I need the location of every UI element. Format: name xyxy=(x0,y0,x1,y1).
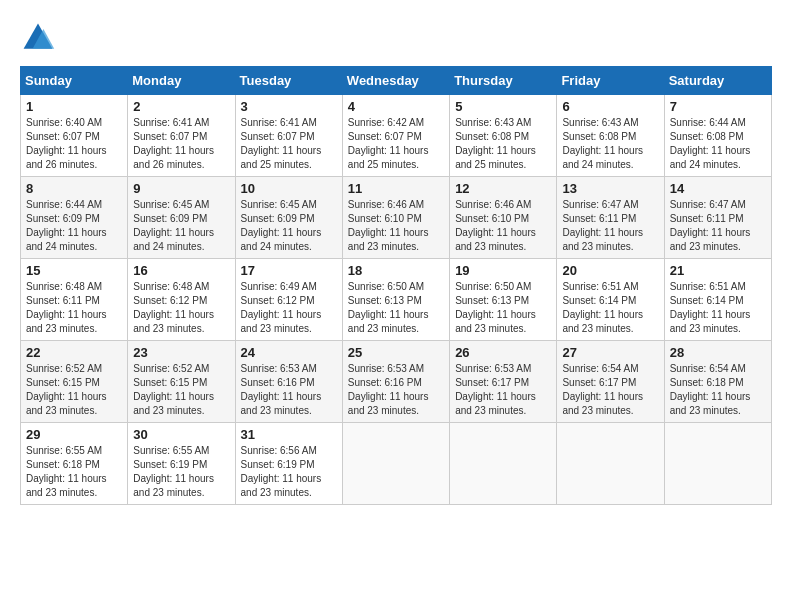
col-header-tuesday: Tuesday xyxy=(235,67,342,95)
day-cell-8: 8 Sunrise: 6:44 AMSunset: 6:09 PMDayligh… xyxy=(21,177,128,259)
day-number: 17 xyxy=(241,263,337,278)
empty-cell xyxy=(450,423,557,505)
day-info: Sunrise: 6:54 AMSunset: 6:17 PMDaylight:… xyxy=(562,363,643,416)
day-number: 7 xyxy=(670,99,766,114)
day-number: 4 xyxy=(348,99,444,114)
day-number: 31 xyxy=(241,427,337,442)
day-cell-6: 6 Sunrise: 6:43 AMSunset: 6:08 PMDayligh… xyxy=(557,95,664,177)
day-info: Sunrise: 6:56 AMSunset: 6:19 PMDaylight:… xyxy=(241,445,322,498)
day-number: 23 xyxy=(133,345,229,360)
calendar-week-1: 1 Sunrise: 6:40 AMSunset: 6:07 PMDayligh… xyxy=(21,95,772,177)
day-number: 5 xyxy=(455,99,551,114)
day-info: Sunrise: 6:54 AMSunset: 6:18 PMDaylight:… xyxy=(670,363,751,416)
calendar-week-4: 22 Sunrise: 6:52 AMSunset: 6:15 PMDaylig… xyxy=(21,341,772,423)
day-info: Sunrise: 6:47 AMSunset: 6:11 PMDaylight:… xyxy=(670,199,751,252)
day-info: Sunrise: 6:46 AMSunset: 6:10 PMDaylight:… xyxy=(348,199,429,252)
logo xyxy=(20,20,60,56)
logo-icon xyxy=(20,20,56,56)
empty-cell xyxy=(664,423,771,505)
day-info: Sunrise: 6:43 AMSunset: 6:08 PMDaylight:… xyxy=(562,117,643,170)
day-info: Sunrise: 6:45 AMSunset: 6:09 PMDaylight:… xyxy=(133,199,214,252)
day-cell-20: 20 Sunrise: 6:51 AMSunset: 6:14 PMDaylig… xyxy=(557,259,664,341)
day-info: Sunrise: 6:45 AMSunset: 6:09 PMDaylight:… xyxy=(241,199,322,252)
day-cell-22: 22 Sunrise: 6:52 AMSunset: 6:15 PMDaylig… xyxy=(21,341,128,423)
day-cell-15: 15 Sunrise: 6:48 AMSunset: 6:11 PMDaylig… xyxy=(21,259,128,341)
day-info: Sunrise: 6:48 AMSunset: 6:12 PMDaylight:… xyxy=(133,281,214,334)
day-info: Sunrise: 6:44 AMSunset: 6:09 PMDaylight:… xyxy=(26,199,107,252)
day-cell-2: 2 Sunrise: 6:41 AMSunset: 6:07 PMDayligh… xyxy=(128,95,235,177)
day-cell-17: 17 Sunrise: 6:49 AMSunset: 6:12 PMDaylig… xyxy=(235,259,342,341)
day-cell-25: 25 Sunrise: 6:53 AMSunset: 6:16 PMDaylig… xyxy=(342,341,449,423)
day-cell-12: 12 Sunrise: 6:46 AMSunset: 6:10 PMDaylig… xyxy=(450,177,557,259)
day-cell-9: 9 Sunrise: 6:45 AMSunset: 6:09 PMDayligh… xyxy=(128,177,235,259)
day-cell-7: 7 Sunrise: 6:44 AMSunset: 6:08 PMDayligh… xyxy=(664,95,771,177)
col-header-thursday: Thursday xyxy=(450,67,557,95)
day-info: Sunrise: 6:40 AMSunset: 6:07 PMDaylight:… xyxy=(26,117,107,170)
day-cell-4: 4 Sunrise: 6:42 AMSunset: 6:07 PMDayligh… xyxy=(342,95,449,177)
day-cell-26: 26 Sunrise: 6:53 AMSunset: 6:17 PMDaylig… xyxy=(450,341,557,423)
col-header-monday: Monday xyxy=(128,67,235,95)
day-info: Sunrise: 6:50 AMSunset: 6:13 PMDaylight:… xyxy=(348,281,429,334)
day-info: Sunrise: 6:51 AMSunset: 6:14 PMDaylight:… xyxy=(670,281,751,334)
day-number: 1 xyxy=(26,99,122,114)
day-number: 14 xyxy=(670,181,766,196)
day-cell-29: 29 Sunrise: 6:55 AMSunset: 6:18 PMDaylig… xyxy=(21,423,128,505)
day-info: Sunrise: 6:43 AMSunset: 6:08 PMDaylight:… xyxy=(455,117,536,170)
day-number: 10 xyxy=(241,181,337,196)
calendar-week-3: 15 Sunrise: 6:48 AMSunset: 6:11 PMDaylig… xyxy=(21,259,772,341)
day-number: 8 xyxy=(26,181,122,196)
day-info: Sunrise: 6:47 AMSunset: 6:11 PMDaylight:… xyxy=(562,199,643,252)
day-info: Sunrise: 6:50 AMSunset: 6:13 PMDaylight:… xyxy=(455,281,536,334)
day-info: Sunrise: 6:49 AMSunset: 6:12 PMDaylight:… xyxy=(241,281,322,334)
day-number: 25 xyxy=(348,345,444,360)
day-number: 30 xyxy=(133,427,229,442)
day-number: 24 xyxy=(241,345,337,360)
day-cell-10: 10 Sunrise: 6:45 AMSunset: 6:09 PMDaylig… xyxy=(235,177,342,259)
day-number: 3 xyxy=(241,99,337,114)
day-number: 27 xyxy=(562,345,658,360)
day-cell-19: 19 Sunrise: 6:50 AMSunset: 6:13 PMDaylig… xyxy=(450,259,557,341)
day-cell-14: 14 Sunrise: 6:47 AMSunset: 6:11 PMDaylig… xyxy=(664,177,771,259)
col-header-saturday: Saturday xyxy=(664,67,771,95)
day-cell-30: 30 Sunrise: 6:55 AMSunset: 6:19 PMDaylig… xyxy=(128,423,235,505)
day-cell-31: 31 Sunrise: 6:56 AMSunset: 6:19 PMDaylig… xyxy=(235,423,342,505)
day-info: Sunrise: 6:51 AMSunset: 6:14 PMDaylight:… xyxy=(562,281,643,334)
col-header-friday: Friday xyxy=(557,67,664,95)
day-number: 18 xyxy=(348,263,444,278)
calendar-week-5: 29 Sunrise: 6:55 AMSunset: 6:18 PMDaylig… xyxy=(21,423,772,505)
day-cell-16: 16 Sunrise: 6:48 AMSunset: 6:12 PMDaylig… xyxy=(128,259,235,341)
day-cell-1: 1 Sunrise: 6:40 AMSunset: 6:07 PMDayligh… xyxy=(21,95,128,177)
day-info: Sunrise: 6:52 AMSunset: 6:15 PMDaylight:… xyxy=(26,363,107,416)
day-cell-11: 11 Sunrise: 6:46 AMSunset: 6:10 PMDaylig… xyxy=(342,177,449,259)
day-number: 28 xyxy=(670,345,766,360)
day-number: 26 xyxy=(455,345,551,360)
day-cell-13: 13 Sunrise: 6:47 AMSunset: 6:11 PMDaylig… xyxy=(557,177,664,259)
day-number: 6 xyxy=(562,99,658,114)
calendar-week-2: 8 Sunrise: 6:44 AMSunset: 6:09 PMDayligh… xyxy=(21,177,772,259)
day-number: 19 xyxy=(455,263,551,278)
day-info: Sunrise: 6:48 AMSunset: 6:11 PMDaylight:… xyxy=(26,281,107,334)
day-info: Sunrise: 6:42 AMSunset: 6:07 PMDaylight:… xyxy=(348,117,429,170)
day-cell-24: 24 Sunrise: 6:53 AMSunset: 6:16 PMDaylig… xyxy=(235,341,342,423)
day-cell-3: 3 Sunrise: 6:41 AMSunset: 6:07 PMDayligh… xyxy=(235,95,342,177)
day-number: 21 xyxy=(670,263,766,278)
day-info: Sunrise: 6:55 AMSunset: 6:19 PMDaylight:… xyxy=(133,445,214,498)
col-header-sunday: Sunday xyxy=(21,67,128,95)
day-number: 20 xyxy=(562,263,658,278)
day-cell-5: 5 Sunrise: 6:43 AMSunset: 6:08 PMDayligh… xyxy=(450,95,557,177)
day-cell-28: 28 Sunrise: 6:54 AMSunset: 6:18 PMDaylig… xyxy=(664,341,771,423)
day-info: Sunrise: 6:41 AMSunset: 6:07 PMDaylight:… xyxy=(133,117,214,170)
day-number: 12 xyxy=(455,181,551,196)
day-info: Sunrise: 6:52 AMSunset: 6:15 PMDaylight:… xyxy=(133,363,214,416)
day-number: 2 xyxy=(133,99,229,114)
day-info: Sunrise: 6:41 AMSunset: 6:07 PMDaylight:… xyxy=(241,117,322,170)
col-header-wednesday: Wednesday xyxy=(342,67,449,95)
day-info: Sunrise: 6:53 AMSunset: 6:16 PMDaylight:… xyxy=(241,363,322,416)
day-number: 11 xyxy=(348,181,444,196)
day-number: 29 xyxy=(26,427,122,442)
day-cell-18: 18 Sunrise: 6:50 AMSunset: 6:13 PMDaylig… xyxy=(342,259,449,341)
day-number: 13 xyxy=(562,181,658,196)
empty-cell xyxy=(342,423,449,505)
day-info: Sunrise: 6:46 AMSunset: 6:10 PMDaylight:… xyxy=(455,199,536,252)
day-number: 9 xyxy=(133,181,229,196)
